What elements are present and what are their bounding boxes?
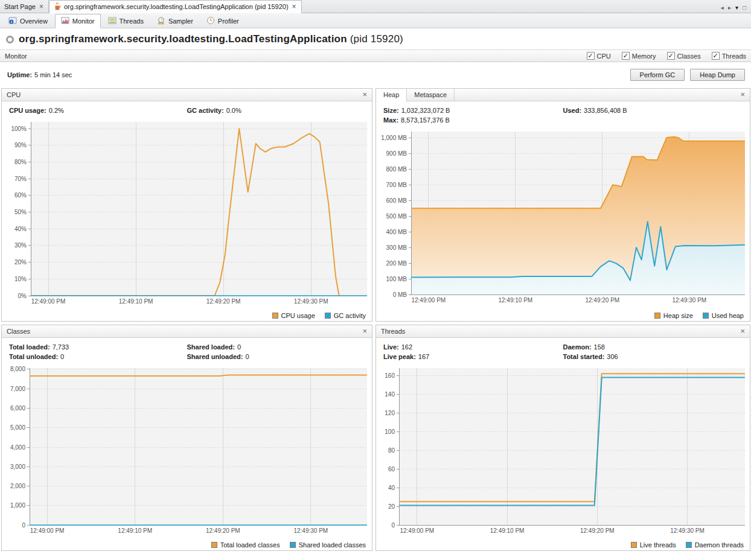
svg-text:800 MB: 800 MB [386, 166, 407, 173]
legend-label: Daemon threads [695, 541, 744, 549]
maximize-icon[interactable]: □ [743, 4, 746, 11]
checkbox-label: Memory [632, 52, 656, 60]
close-icon[interactable]: × [739, 91, 746, 98]
legend-swatch [686, 542, 692, 548]
svg-text:100: 100 [385, 428, 395, 435]
legend-swatch [325, 313, 331, 319]
classes-stats: Total loaded:7,733 Shared loaded:0 Total… [2, 338, 372, 362]
checkbox-icon: ✓ [712, 52, 720, 60]
classes-panel: Classes × Total loaded:7,733 Shared load… [1, 325, 372, 551]
svg-text:300 MB: 300 MB [386, 244, 407, 251]
threads-chart[interactable]: 02040608010012014016012:49:00 PM12:49:10… [377, 363, 748, 536]
tab-label: Sampler [168, 18, 193, 25]
tab-list-icon[interactable]: ▾ [735, 4, 738, 11]
svg-text:12:49:00 PM: 12:49:00 PM [400, 527, 434, 534]
svg-text:0: 0 [391, 522, 395, 529]
classes-chart[interactable]: 01,0002,0003,0004,0005,0006,0007,0008,00… [3, 363, 370, 536]
svg-text:40: 40 [388, 485, 395, 491]
tab-sampler[interactable]: Sampler [151, 14, 199, 28]
svg-text:12:49:20 PM: 12:49:20 PM [206, 298, 241, 305]
svg-text:100 MB: 100 MB [386, 276, 407, 282]
tab-monitor[interactable]: Monitor [55, 14, 101, 28]
svg-text:20: 20 [388, 503, 395, 510]
svg-text:12:49:10 PM: 12:49:10 PM [118, 527, 152, 534]
checkbox-classes[interactable]: ✓ Classes [667, 52, 701, 60]
svg-text:12:49:00 PM: 12:49:00 PM [411, 297, 446, 304]
tab-label: org.springframework.security.loadtesting… [64, 3, 289, 10]
svg-text:0%: 0% [18, 293, 27, 299]
checkbox-label: Threads [722, 52, 746, 60]
legend-label: GC activity [334, 312, 366, 319]
close-icon[interactable]: × [739, 328, 746, 335]
heap-chart[interactable]: 0 MB100 MB200 MB300 MB400 MB500 MB600 MB… [377, 127, 748, 305]
svg-text:4,000: 4,000 [10, 444, 25, 451]
svg-text:0 MB: 0 MB [393, 291, 407, 298]
svg-text:12:49:30 PM: 12:49:30 PM [670, 527, 705, 534]
svg-text:5,000: 5,000 [10, 424, 25, 431]
threads-stats: Live:162 Daemon:158 Live peak:167 Total … [376, 338, 750, 362]
tab-scroll-left-icon[interactable]: ◂ [721, 4, 724, 11]
section-label: Monitor [5, 52, 27, 60]
svg-text:10%: 10% [14, 276, 27, 282]
cpu-panel-header: CPU × [2, 89, 372, 101]
tab-profiler[interactable]: Profiler [200, 14, 245, 28]
tab-scroll-right-icon[interactable]: ▸ [728, 4, 731, 11]
close-icon[interactable]: × [39, 4, 44, 10]
legend-swatch [272, 313, 278, 319]
uptime-value: 5 min 14 sec [34, 71, 72, 78]
checkbox-memory[interactable]: ✓ Memory [622, 52, 656, 60]
close-icon[interactable]: × [361, 328, 368, 335]
stat-gc-activity: GC activity:0.0% [187, 107, 365, 114]
classes-panel-header: Classes × [2, 325, 372, 338]
legend-item: GC activity [325, 312, 366, 319]
svg-text:200 MB: 200 MB [386, 260, 407, 267]
legend-label: Total loaded classes [220, 541, 280, 549]
close-icon[interactable]: × [361, 91, 368, 98]
stat-shared-unloaded: Shared unloaded:0 [187, 353, 365, 360]
stat-total-started: Total started:306 [563, 353, 743, 360]
close-icon[interactable]: × [292, 4, 297, 10]
svg-text:0: 0 [22, 522, 25, 529]
monitor-section-bar: Monitor ✓ CPU ✓ Memory ✓ Classes ✓ Threa… [0, 49, 751, 62]
checkbox-cpu[interactable]: ✓ CPU [587, 52, 611, 60]
heap-chart-legend: Heap sizeUsed heap [376, 310, 750, 321]
stat-cpu-usage: CPU usage:0.2% [9, 107, 187, 114]
checkbox-threads[interactable]: ✓ Threads [712, 52, 746, 60]
legend-item: Total loaded classes [211, 541, 280, 549]
legend-item: Live threads [631, 541, 676, 549]
svg-text:i: i [11, 19, 12, 24]
heap-panel-header: Heap Metaspace × [376, 89, 750, 101]
svg-text:500 MB: 500 MB [386, 213, 407, 220]
legend-item: Heap size [654, 312, 693, 319]
app-status-icon [6, 36, 14, 43]
stat-live-peak: Live peak:167 [383, 353, 563, 360]
svg-text:60%: 60% [14, 192, 27, 199]
stat-daemon: Daemon:158 [563, 343, 743, 351]
tab-overview[interactable]: i Overview [2, 14, 54, 28]
view-tab-bar: i Overview Monitor Threads Sampler Profi… [0, 13, 751, 28]
svg-text:12:49:20 PM: 12:49:20 PM [206, 527, 240, 534]
perform-gc-button[interactable]: Perform GC [630, 69, 685, 81]
svg-text:1,000: 1,000 [10, 502, 25, 509]
tab-heap[interactable]: Heap [376, 89, 407, 102]
tab-label: Monitor [72, 18, 95, 25]
cpu-chart[interactable]: 0%10%20%30%40%50%60%70%80%90%100%12:49:0… [3, 117, 370, 307]
tab-threads[interactable]: Threads [102, 14, 150, 28]
heap-dump-button[interactable]: Heap Dump [690, 69, 745, 81]
profiler-icon [206, 16, 215, 26]
uptime: Uptime:5 min 14 sec [7, 71, 72, 78]
monitor-icon [61, 16, 69, 26]
svg-text:12:49:30 PM: 12:49:30 PM [294, 298, 328, 305]
heap-panel: Heap Metaspace × Size:1,032,323,072 B Us… [376, 88, 750, 322]
svg-text:12:49:30 PM: 12:49:30 PM [672, 297, 706, 304]
classes-chart-legend: Total loaded classesShared loaded classe… [2, 539, 372, 550]
checkbox-icon: ✓ [587, 52, 595, 60]
legend-label: Shared loaded classes [299, 541, 366, 549]
tab-start-page[interactable]: Start Page × [0, 0, 49, 13]
tab-application[interactable]: org.springframework.security.loadtesting… [49, 0, 302, 13]
svg-text:140: 140 [385, 391, 395, 398]
tab-metaspace[interactable]: Metaspace [407, 89, 455, 101]
monitor-toolbar: Uptime:5 min 14 sec Perform GC Heap Dump [0, 62, 751, 88]
svg-text:100%: 100% [11, 126, 27, 132]
checkbox-label: CPU [597, 52, 611, 60]
